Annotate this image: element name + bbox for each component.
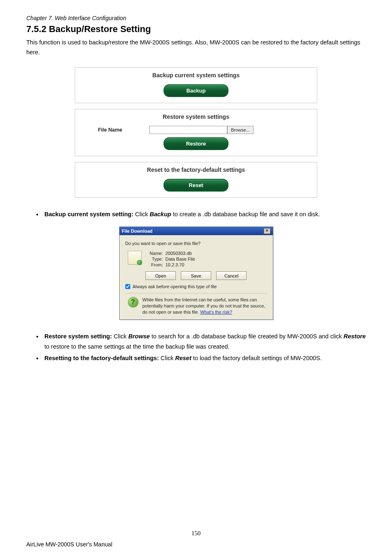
file-type-icon [128, 251, 142, 265]
dialog-name-key: Name: [147, 251, 166, 256]
reset-heading: Reset to the factory-default settings [75, 162, 317, 176]
dialog-question: Do you want to open or save this file? [125, 241, 267, 246]
bullet-list-top: Backup current system setting: Click Bac… [26, 209, 366, 220]
dialog-separator [125, 293, 267, 294]
bullet-restore-kw1: Browse [128, 333, 150, 340]
backup-card: Backup current system settings Backup [75, 67, 317, 103]
page-number: 150 [0, 530, 392, 537]
dialog-from-value: 10.2.3.70 [166, 262, 195, 267]
bullet-restore-lead: Restore system setting: [44, 333, 112, 340]
bullet-reset-b: to load the factory default settings of … [191, 355, 322, 361]
bullet-backup: Backup current system setting: Click Bac… [36, 209, 366, 220]
footer-text: AirLive MW-2000S User's Manual [26, 541, 112, 548]
bullet-reset: Resetting to the factory-default setting… [36, 353, 366, 363]
bullet-backup-lead: Backup current system setting: [44, 211, 134, 217]
bullet-reset-a: Click [159, 355, 175, 361]
dialog-from-key: From: [147, 262, 166, 267]
bullet-restore: Restore system setting: Click Browse to … [36, 331, 366, 352]
bullet-restore-kw2: Restore [344, 333, 366, 340]
chapter-line: Chapter 7. Web Interface Configuration [26, 15, 366, 21]
backup-button[interactable]: Backup [164, 84, 228, 97]
open-button[interactable]: Open [145, 271, 176, 280]
restore-heading: Restore system settings [75, 109, 317, 123]
close-icon[interactable]: ✕ [264, 228, 270, 234]
bullet-backup-text-a: Click [134, 211, 150, 217]
dialog-titlebar: File Download ✕ [120, 227, 273, 235]
dialog-type-key: Type: [147, 257, 166, 261]
bullet-reset-kw: Reset [175, 355, 191, 361]
browse-button[interactable]: Browse... [227, 126, 254, 134]
bullet-reset-lead: Resetting to the factory-default setting… [44, 355, 159, 361]
cancel-button[interactable]: Cancel [216, 271, 247, 280]
always-ask-checkbox[interactable] [125, 284, 130, 289]
bullet-restore-b: to search for a .db database backup file… [150, 333, 344, 340]
file-name-input[interactable] [149, 126, 227, 134]
backup-heading: Backup current system settings [75, 68, 317, 82]
file-name-label: File Name [92, 127, 129, 133]
help-icon: ? [128, 297, 138, 308]
file-download-dialog: File Download ✕ Do you want to open or s… [119, 227, 273, 320]
dialog-type-value: Data Base File [166, 257, 195, 261]
dialog-name-value: 20050303.db [166, 251, 195, 256]
restore-button[interactable]: Restore [164, 137, 228, 150]
bullet-restore-a: Click [112, 333, 129, 340]
settings-panel: Backup current system settings Backup Re… [75, 67, 317, 198]
always-ask-row[interactable]: Always ask before opening this type of f… [125, 284, 267, 289]
bullet-restore-c: to restore to the same settings at the t… [44, 343, 230, 350]
dialog-title-text: File Download [122, 229, 153, 234]
bullet-backup-kw: Backup [150, 211, 171, 217]
intro-paragraph: This function is used to backup/restore … [26, 38, 366, 58]
always-ask-label: Always ask before opening this type of f… [133, 284, 217, 289]
dialog-file-info: Name: 20050303.db Type: Data Base File F… [147, 251, 195, 267]
section-heading: 7.5.2 Backup/Restore Setting [26, 24, 366, 35]
bullet-backup-text-b: to create a .db database backup file and… [171, 211, 320, 217]
file-input-group: Browse... [149, 126, 254, 134]
restore-card: Restore system settings File Name Browse… [75, 109, 317, 156]
reset-card: Reset to the factory-default settings Re… [75, 162, 317, 198]
bullet-list-bottom: Restore system setting: Click Browse to … [26, 331, 366, 363]
dialog-warning: While files from the Internet can be use… [143, 297, 267, 315]
dialog-save-button[interactable]: Save [181, 271, 211, 280]
reset-button[interactable]: Reset [164, 179, 228, 192]
whats-the-risk-link[interactable]: What's the risk? [200, 310, 232, 314]
